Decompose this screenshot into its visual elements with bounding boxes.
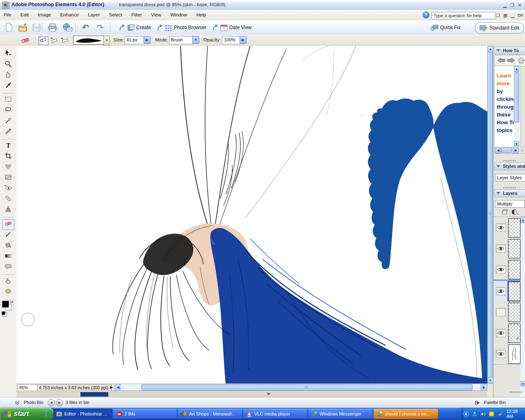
layer-thumbnail[interactable] — [508, 260, 520, 279]
next-file-button[interactable]: ▶ — [56, 399, 63, 406]
selection-brush-tool[interactable] — [2, 127, 14, 137]
hscroll-left-icon[interactable]: ◀ — [495, 148, 501, 153]
layer-thumbnail[interactable] — [508, 218, 520, 237]
winamp-icon[interactable] — [497, 411, 503, 417]
layer-thumbnail[interactable] — [508, 282, 520, 301]
type-tool[interactable]: T — [2, 141, 14, 151]
brush-stroke-preview[interactable] — [73, 36, 104, 45]
save-file-button[interactable] — [30, 22, 43, 33]
close-button[interactable]: ✕ — [516, 2, 523, 8]
canvas-vscrollbar[interactable]: ▲ ▼ — [487, 46, 493, 383]
sponge-tool[interactable] — [2, 287, 14, 297]
help-icon[interactable]: ? — [422, 11, 429, 18]
menu-help[interactable]: Help — [193, 10, 210, 19]
menu-view[interactable]: View — [147, 10, 165, 19]
notes-icon[interactable] — [488, 411, 495, 417]
smudge-tool[interactable] — [2, 276, 14, 287]
home-icon[interactable] — [518, 57, 525, 64]
red-eye-removal-tool[interactable] — [2, 184, 14, 194]
menu-window[interactable]: Window — [167, 10, 191, 19]
undo-button[interactable]: ↶ — [80, 22, 91, 33]
create-button[interactable]: Create — [117, 22, 153, 33]
attach-email-button[interactable] — [61, 22, 75, 33]
menu-layer[interactable]: Layer — [84, 10, 104, 19]
redo-button[interactable]: ↷ — [95, 22, 105, 33]
help-question-input[interactable] — [431, 12, 495, 19]
menu-filter[interactable]: Filter — [128, 10, 146, 19]
tile-docs-icon[interactable]: ▦ — [502, 12, 509, 18]
taskbar-window-firefox[interactable]: Art Shops - Menewsh... — [178, 409, 242, 419]
minimize-button[interactable]: ▁ — [501, 2, 509, 8]
move-tool[interactable] — [2, 49, 14, 59]
healing-brush-tool[interactable] — [2, 194, 14, 205]
rectangular-marquee-tool[interactable] — [2, 95, 14, 105]
brush-preset-dropdown-arrow[interactable]: ▼ — [103, 36, 110, 46]
scroll-left-icon[interactable]: ◀ — [115, 384, 121, 391]
maximize-button[interactable]: ❒ — [509, 2, 516, 8]
menu-select[interactable]: Select — [105, 10, 126, 19]
new-layer-icon[interactable] — [502, 209, 508, 215]
layers-vscrollbar[interactable]: ▲ ▼ — [520, 217, 525, 397]
layer-thumbnail[interactable] — [508, 324, 520, 343]
hscroll-right-icon[interactable]: ▶ — [513, 148, 519, 153]
menu-enhance[interactable]: Enhance — [57, 10, 82, 19]
previous-file-button[interactable]: ◀ — [48, 399, 55, 406]
palette-resize-grip[interactable] — [510, 391, 522, 393]
visibility-toggle[interactable] — [496, 329, 506, 337]
menu-file[interactable]: File — [0, 10, 15, 19]
collapse-photo-bin-icon[interactable] — [15, 401, 20, 405]
lasso-tool[interactable] — [2, 106, 14, 116]
adjustment-layer-icon[interactable] — [511, 209, 519, 215]
scroll-right-icon[interactable]: ▶ — [481, 384, 487, 391]
brush-tool[interactable] — [2, 231, 14, 241]
blend-mode-dropdown[interactable]: Multiply — [495, 200, 525, 208]
scroll-down-icon[interactable]: ▼ — [487, 377, 493, 384]
restore-docs-icon[interactable]: ❏ — [495, 12, 501, 18]
quick-launch-divider[interactable] — [45, 410, 47, 418]
default-colors-icon[interactable] — [2, 311, 5, 315]
new-file-button[interactable] — [3, 22, 15, 33]
hand-tool[interactable] — [2, 71, 14, 81]
photo-bin-divider[interactable] — [16, 390, 487, 397]
styles-category-dropdown[interactable]: Layer Styles — [495, 174, 525, 181]
resize-grip-icon[interactable] — [519, 148, 524, 153]
how-to-palette-header[interactable]: How To — [494, 47, 525, 55]
expand-palette-bin-icon[interactable] — [475, 400, 480, 405]
collapse-triangle-icon[interactable] — [496, 49, 500, 52]
status-menu-arrow[interactable]: ▶ — [109, 385, 114, 390]
layer-thumbnail[interactable] — [508, 345, 520, 364]
doc-close-icon[interactable]: ✕ — [518, 12, 525, 18]
size-slider-arrow[interactable]: ▶ — [144, 36, 151, 44]
forward-icon[interactable] — [507, 57, 515, 63]
photo-browser-button[interactable]: Photo Browser — [155, 22, 208, 33]
eraser-tool[interactable] — [2, 219, 14, 230]
opacity-value-box[interactable]: 100% — [222, 36, 241, 44]
paint-bucket-tool[interactable] — [2, 241, 14, 251]
visibility-toggle[interactable] — [496, 287, 506, 295]
straighten-tool[interactable] — [2, 173, 14, 183]
hide-tray-icons-icon[interactable] — [463, 411, 469, 417]
taskbar-window-photoshop[interactable]: Editor - Photoshop El... — [53, 409, 112, 419]
taskbar-window-ims[interactable]: IM 2 IMs — [113, 409, 177, 419]
layers-palette-header[interactable]: Layers — [494, 189, 525, 197]
layer-thumbnail[interactable] — [508, 303, 520, 322]
standard-edit-button[interactable]: Standard Edit — [475, 22, 524, 34]
visibility-toggle[interactable] — [496, 265, 506, 274]
background-eraser-mode-button[interactable] — [49, 37, 59, 45]
doc-minimize-icon[interactable]: ▁ — [509, 12, 516, 18]
open-file-button[interactable] — [16, 22, 30, 33]
custom-shape-tool[interactable] — [2, 262, 14, 273]
visibility-toggle[interactable] — [496, 350, 506, 358]
how-to-hscrollbar[interactable]: ◀ ▶ — [494, 147, 525, 154]
visibility-toggle[interactable] — [496, 244, 506, 253]
eraser-mode-button[interactable] — [39, 37, 48, 45]
collapse-triangle-icon[interactable] — [496, 165, 500, 167]
magic-wand-tool[interactable] — [2, 116, 14, 127]
date-view-button[interactable]: Date View — [210, 22, 253, 33]
collapse-triangle-icon[interactable] — [496, 192, 500, 194]
tray-messenger-icon[interactable] — [472, 411, 478, 417]
canvas[interactable] — [16, 46, 487, 383]
taskbar-window-messenger[interactable]: Windows Messenger — [308, 409, 372, 419]
palette-bin-label[interactable]: Palette Bin — [484, 400, 506, 405]
taskbar-window-chat-alert[interactable]: should I choose a no... — [374, 409, 438, 419]
